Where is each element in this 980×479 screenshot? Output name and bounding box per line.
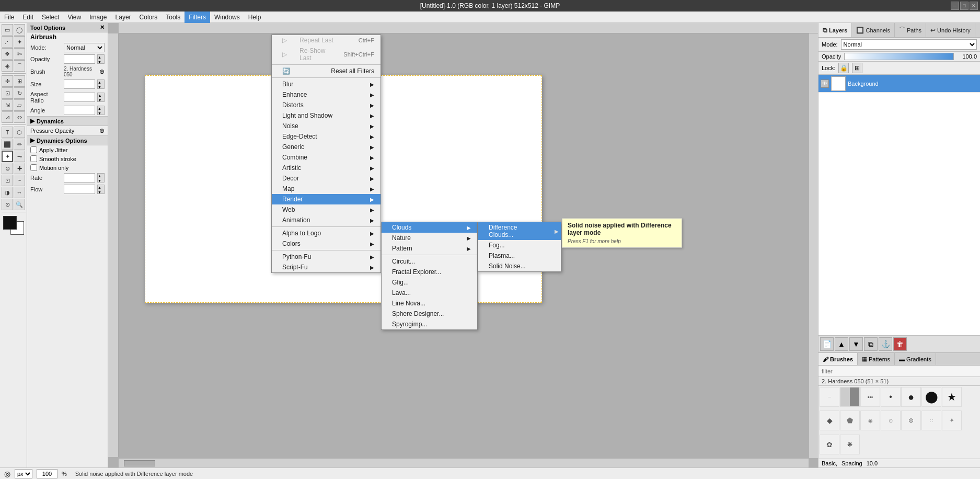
render-sphere[interactable]: Sphere Designer... <box>382 309 477 319</box>
render-clouds[interactable]: Clouds ▶ <box>382 222 477 233</box>
tool-rect-select[interactable]: ▭ <box>2 24 13 36</box>
filters-combine[interactable]: Combine ▶ <box>272 152 381 163</box>
tab-patterns[interactable]: ▦ Patterns <box>858 353 895 365</box>
delete-layer-button[interactable]: 🗑 <box>893 337 907 351</box>
render-nature[interactable]: Nature ▶ <box>382 233 477 243</box>
render-gfig[interactable]: Gfig... <box>382 277 477 288</box>
menu-image[interactable]: Image <box>85 12 111 23</box>
tool-bucket-fill[interactable]: ⬡ <box>14 127 25 138</box>
filters-map[interactable]: Map ▶ <box>272 184 381 194</box>
tool-perspective[interactable]: ⊿ <box>2 111 13 123</box>
tool-shear[interactable]: ▱ <box>14 99 25 111</box>
maximize-button[interactable]: □ <box>960 2 969 10</box>
menu-select[interactable]: Select <box>38 12 63 23</box>
filters-enhance[interactable]: Enhance ▶ <box>272 89 381 100</box>
filters-artistic[interactable]: Artistic ▶ <box>272 163 381 173</box>
lock-position-btn[interactable]: ⊞ <box>852 63 862 73</box>
tool-ink[interactable]: ⊸ <box>14 151 25 162</box>
render-line-nova[interactable]: Line Nova... <box>382 298 477 309</box>
mode-select[interactable]: Normal <box>64 43 105 52</box>
clouds-plasma[interactable]: Plasma... <box>478 250 561 261</box>
angle-input[interactable]: 0.00 <box>64 106 95 115</box>
minimize-button[interactable]: ─ <box>951 2 959 10</box>
filters-light-shadow[interactable]: Light and Shadow ▶ <box>272 110 381 121</box>
tool-zoom[interactable]: 🔍 <box>14 199 25 210</box>
tool-fuzzy-select[interactable]: ✦ <box>14 36 25 48</box>
opacity-input[interactable]: 100.0 <box>64 54 95 64</box>
filters-noise[interactable]: Noise ▶ <box>272 121 381 131</box>
render-spyrogimp[interactable]: Spyrogimp... <box>382 319 477 329</box>
brush-options-icon[interactable]: ⊕ <box>99 68 105 75</box>
filters-animation[interactable]: Animation ▶ <box>272 215 381 225</box>
tool-eraser[interactable]: ⊡ <box>2 175 13 186</box>
brush-cell-1[interactable]: ··· <box>820 387 839 407</box>
smooth-stroke-checkbox[interactable] <box>30 155 37 162</box>
brush-cell-13[interactable]: ∷ <box>921 410 941 430</box>
unit-select[interactable]: px <box>15 469 32 478</box>
angle-spinner[interactable]: ▲▼ <box>97 106 105 115</box>
brush-cell-5[interactable]: ● <box>901 387 921 407</box>
scrollbar-vertical[interactable] <box>809 33 818 458</box>
tab-gradients[interactable]: ▬ Gradients <box>895 353 936 365</box>
tool-pencil[interactable]: ✏ <box>14 139 25 150</box>
tool-text[interactable]: T <box>2 127 13 138</box>
filters-generic[interactable]: Generic ▶ <box>272 142 381 152</box>
tool-measure[interactable]: ↔ <box>14 187 25 198</box>
scrollbar-thumb-h[interactable] <box>124 460 155 466</box>
tab-paths[interactable]: ⌒ Paths <box>895 23 926 37</box>
brush-cell-10[interactable]: ◉ <box>860 410 880 430</box>
brush-cell-16[interactable]: ❋ <box>840 435 860 454</box>
filters-reset-all[interactable]: 🔄 Reset all Filters <box>272 66 381 76</box>
foreground-color[interactable] <box>3 216 17 230</box>
brush-cell-7[interactable]: ★ <box>942 387 962 407</box>
tool-select-color[interactable]: ❖ <box>2 48 13 60</box>
filters-distorts[interactable]: Distorts ▶ <box>272 100 381 110</box>
apply-jitter-checkbox[interactable] <box>30 146 37 153</box>
scrollbar-horizontal[interactable] <box>119 458 809 467</box>
zoom-input[interactable] <box>37 469 57 478</box>
layer-eye-background[interactable]: 👁 <box>821 79 829 88</box>
flow-spinner[interactable]: ▲▼ <box>97 185 105 194</box>
layers-mode-select[interactable]: Normal <box>841 39 977 50</box>
aspect-spinner[interactable]: ▲▼ <box>97 93 105 102</box>
filters-blur[interactable]: Blur ▶ <box>272 79 381 89</box>
brush-cell-9[interactable]: ⬟ <box>840 410 860 430</box>
new-layer-button[interactable]: 📄 <box>820 337 834 351</box>
tool-foreground-select[interactable]: ◈ <box>2 60 13 72</box>
brush-cell-2[interactable] <box>840 387 860 407</box>
brush-cell-14[interactable]: ✦ <box>942 410 962 430</box>
menu-colors[interactable]: Colors <box>135 12 162 23</box>
filters-decor[interactable]: Decor ▶ <box>272 173 381 184</box>
filters-colors[interactable]: Colors ▶ <box>272 238 381 249</box>
opacity-slider[interactable] <box>844 53 954 60</box>
anchor-layer-button[interactable]: ⚓ <box>879 337 892 351</box>
tool-rotate[interactable]: ↻ <box>14 87 25 99</box>
brush-cell-15[interactable]: ✿ <box>820 435 839 454</box>
tool-airbrush[interactable]: ✦ <box>2 151 13 162</box>
menu-help[interactable]: Help <box>244 12 266 23</box>
brush-filter-input[interactable] <box>818 366 980 377</box>
lock-pixels-btn[interactable]: 🔒 <box>838 63 849 73</box>
tool-color-picker[interactable]: ⊙ <box>2 199 13 210</box>
rate-input[interactable]: 80.0 <box>64 173 95 183</box>
render-pattern[interactable]: Pattern ▶ <box>382 243 477 254</box>
close-button[interactable]: ✕ <box>970 2 978 10</box>
duplicate-layer-button[interactable]: ⧉ <box>864 337 878 351</box>
motion-only-checkbox[interactable] <box>30 164 37 171</box>
brush-cell-4[interactable]: • <box>881 387 901 407</box>
layer-item-background[interactable]: 👁 Background <box>818 75 980 93</box>
dynamics-options-icon[interactable]: ⊕ <box>99 127 105 134</box>
clouds-fog[interactable]: Fog... <box>478 240 561 250</box>
tool-scissors[interactable]: ✄ <box>14 48 25 60</box>
tool-free-select[interactable]: ⋰ <box>2 36 13 48</box>
filters-reshow-last[interactable]: ▷ Re-Show Last Shift+Ctrl+F <box>272 45 381 63</box>
tool-blend[interactable]: ⬛ <box>2 139 13 150</box>
tool-ellipse-select[interactable]: ◯ <box>14 24 25 36</box>
opacity-spinner[interactable]: ▲▼ <box>97 54 105 64</box>
size-spinner[interactable]: ▲▼ <box>97 79 105 89</box>
menu-file[interactable]: File <box>0 12 18 23</box>
flow-input[interactable]: 10.0 <box>64 185 95 194</box>
nav-icon[interactable]: ◎ <box>4 470 10 478</box>
tool-options-close[interactable]: ✕ <box>100 24 105 31</box>
menu-view[interactable]: View <box>63 12 85 23</box>
